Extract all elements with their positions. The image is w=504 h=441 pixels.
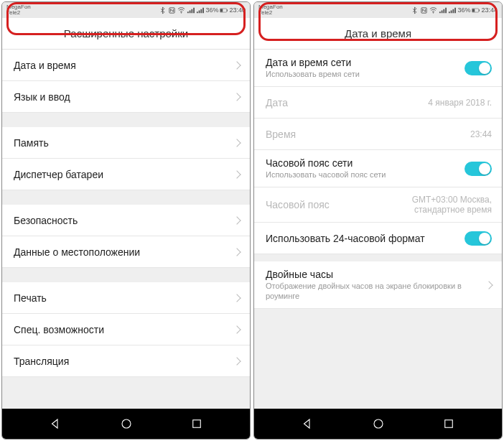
settings-list: Дата и время сети Использовать время сет… [254,50,502,409]
chevron-right-icon [233,93,241,101]
phone-left: MegaFon Tele2 36% 23:40 Расширенные наст… [1,1,251,440]
chevron-right-icon [233,294,241,302]
svg-rect-13 [445,420,453,428]
row-label: Часовой пояс сети [266,157,465,169]
chevron-right-icon [233,170,241,178]
circle-home-icon [120,417,133,430]
wifi-icon [177,6,185,14]
row-accessibility[interactable]: Спец. возможности [2,314,250,345]
row-label: Двойные часы [266,269,480,280]
row-label: Память [14,137,228,149]
nav-home-button[interactable] [360,409,396,439]
status-bar: MegaFon Tele2 36% 23:44 [254,2,502,18]
carrier-labels: MegaFon Tele2 [6,4,31,16]
settings-list: Дата и время Язык и ввод Память Диспетче… [2,50,250,409]
row-memory[interactable]: Память [2,127,250,159]
status-bar: MegaFon Tele2 36% 23:40 [2,2,250,18]
row-date: Дата 4 января 2018 г. [254,87,502,119]
svg-point-12 [374,419,383,428]
clock: 23:44 [481,6,498,14]
row-location[interactable]: Данные о местоположении [2,236,250,268]
bluetooth-icon [159,6,167,14]
row-value: 23:44 [470,129,492,139]
row-network-timezone[interactable]: Часовой пояс сети Использовать часовой п… [254,150,502,187]
svg-point-8 [433,12,434,13]
triangle-back-icon [49,417,62,430]
toggle-switch[interactable] [465,162,492,176]
circle-home-icon [372,417,385,430]
svg-rect-4 [228,9,228,11]
row-print[interactable]: Печать [2,282,250,314]
svg-rect-3 [220,9,223,11]
svg-rect-6 [193,420,201,428]
chevron-right-icon [485,281,493,289]
bluetooth-icon [411,6,419,14]
row-dual-clocks[interactable]: Двойные часы Отображение двойных часов н… [254,261,502,308]
row-label: Использовать 24-часовой формат [266,233,465,244]
row-label: Язык и ввод [14,91,228,103]
signal-1-icon [439,6,447,14]
chevron-right-icon [233,248,241,256]
svg-rect-10 [472,9,475,11]
row-subtitle: Отображение двойных часов на экране блок… [266,282,480,300]
clock: 23:40 [229,6,246,14]
battery-icon [220,6,228,14]
row-network-date-time[interactable]: Дата и время сети Использовать время сет… [254,50,502,87]
row-value: GMT+03:00 Москва, стандартное время [384,195,492,215]
chevron-right-icon [233,357,241,365]
row-label: Безопасность [14,215,228,226]
navigation-bar [2,409,250,439]
row-label: Дата и время сети [266,57,465,68]
chevron-right-icon [233,61,241,69]
nfc-icon [168,6,176,14]
chevron-right-icon [233,139,241,147]
page-title: Дата и время [254,18,502,50]
battery-icon [472,6,480,14]
row-label: Спец. возможности [14,324,228,335]
svg-point-5 [122,419,131,428]
row-date-time[interactable]: Дата и время [2,50,250,81]
toggle-switch[interactable] [465,61,492,75]
signal-2-icon [448,6,456,14]
nav-home-button[interactable] [108,409,144,439]
row-value: 4 января 2018 г. [428,98,492,108]
row-cast[interactable]: Трансляция [2,345,250,377]
wifi-icon [429,6,437,14]
row-label: Время [266,129,470,140]
svg-rect-11 [480,9,480,11]
square-recent-icon [190,417,203,430]
row-label: Печать [14,292,228,304]
row-time: Время 23:44 [254,119,502,150]
row-subtitle: Использовать время сети [266,70,465,79]
carrier-labels: MegaFon Tele2 [258,4,283,16]
svg-point-1 [181,12,182,13]
toggle-switch[interactable] [465,231,492,246]
row-label: Дата и время [14,60,228,71]
battery-pct: 36% [205,6,218,14]
nfc-icon [420,6,428,14]
nav-recent-button[interactable] [431,409,467,439]
carrier-2: Tele2 [258,10,283,16]
row-timezone: Часовой пояс GMT+03:00 Москва, стандартн… [254,187,502,223]
chevron-right-icon [233,216,241,224]
row-label: Трансляция [14,356,228,367]
nav-back-button[interactable] [289,409,325,439]
row-security[interactable]: Безопасность [2,205,250,236]
row-label: Часовой пояс [266,199,384,210]
battery-pct: 36% [457,6,470,14]
signal-1-icon [187,6,195,14]
page-title: Расширенные настройки [2,18,250,50]
row-language-input[interactable]: Язык и ввод [2,81,250,113]
row-label: Данные о местоположении [14,246,228,258]
square-recent-icon [442,417,455,430]
carrier-2: Tele2 [6,10,31,16]
navigation-bar [254,409,502,439]
triangle-back-icon [301,417,314,430]
nav-recent-button[interactable] [179,409,215,439]
row-battery-manager[interactable]: Диспетчер батареи [2,159,250,190]
row-24h-format[interactable]: Использовать 24-часовой формат [254,223,502,254]
nav-back-button[interactable] [37,409,73,439]
row-subtitle: Использовать часовой пояс сети [266,170,465,180]
row-label: Дата [266,97,428,108]
chevron-right-icon [233,325,241,333]
